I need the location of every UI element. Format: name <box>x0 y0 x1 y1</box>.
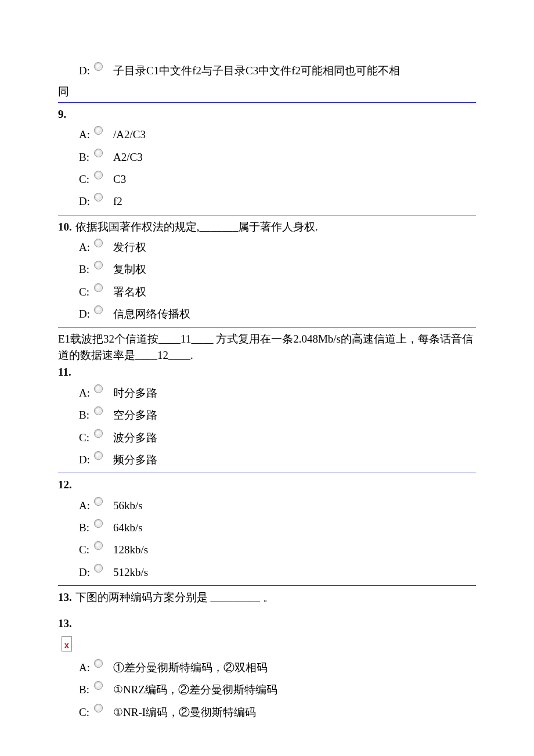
separator <box>58 327 476 327</box>
option-letter: C: <box>79 541 93 559</box>
option-text: 子目录C1中文件f2与子目录C3中文件f2可能相同也可能不相 <box>113 62 476 80</box>
option-letter: A: <box>79 496 93 515</box>
radio-icon[interactable] <box>94 497 103 506</box>
option-text: f2 <box>113 192 476 211</box>
q10-option-c: C: 署名权 <box>79 283 476 301</box>
radio-icon[interactable] <box>94 283 103 292</box>
option-text: A2/C3 <box>113 148 476 167</box>
option-text: 频分多路 <box>113 451 476 469</box>
q10-option-a: A: 发行权 <box>79 238 476 257</box>
radio-icon[interactable] <box>94 171 103 179</box>
option-letter: A: <box>79 384 93 402</box>
option-text: 空分多路 <box>113 406 476 424</box>
option-text: C3 <box>113 170 476 189</box>
radio-icon[interactable] <box>94 429 103 438</box>
option-letter: B: <box>79 260 93 279</box>
radio-icon[interactable] <box>94 541 103 550</box>
radio-icon[interactable] <box>94 193 103 201</box>
stem-text: 下图的两种编码方案分别是 _________ 。 <box>75 589 274 606</box>
radio-icon[interactable] <box>94 239 103 247</box>
option-text: 56kb/s <box>113 496 476 515</box>
option-letter: C: <box>79 170 93 189</box>
option-letter: D: <box>79 563 93 582</box>
radio-icon[interactable] <box>94 564 103 573</box>
radio-icon[interactable] <box>94 261 103 269</box>
question-number: 12. <box>58 478 72 491</box>
broken-x: x <box>64 640 69 650</box>
q11-option-a: A: 时分多路 <box>79 384 476 402</box>
option-letter: C: <box>79 429 93 447</box>
option-letter: B: <box>79 519 93 537</box>
passage-11-12: E1载波把32个信道按____11____ 方式复用在一条2.048Mb/s的高… <box>58 331 476 363</box>
q11-option-c: C: 波分多路 <box>79 429 476 447</box>
option-letter: B: <box>79 681 93 699</box>
radio-icon[interactable] <box>94 451 103 460</box>
option-letter: A: <box>79 658 93 677</box>
q9-option-a: A: /A2/C3 <box>79 125 476 144</box>
q12-option-d: D: 512kb/s <box>79 563 476 582</box>
question-number: 10. <box>58 219 72 235</box>
q12-option-c: C: 128kb/s <box>79 541 476 559</box>
question-number: 11. <box>58 366 71 378</box>
q12-option-a: A: 56kb/s <box>79 496 476 515</box>
option-text: 128kb/s <box>113 541 476 559</box>
option-letter: D: <box>79 62 93 80</box>
q11-option-b: B: 空分多路 <box>79 406 476 424</box>
option-text: /A2/C3 <box>113 125 476 144</box>
broken-image-icon: x <box>62 636 72 651</box>
radio-icon[interactable] <box>94 305 103 314</box>
option-text: 时分多路 <box>113 384 476 402</box>
radio-icon[interactable] <box>94 659 103 668</box>
question-number: 13. <box>58 617 72 629</box>
stem-text: 依据我国著作权法的规定,_______属于著作人身权. <box>75 219 318 235</box>
q13-option-a: A: ①差分曼彻斯特编码，②双相码 <box>79 658 476 677</box>
q13-stem: 13. 下图的两种编码方案分别是 _________ 。 <box>58 589 476 606</box>
question-number: 13. <box>58 589 72 606</box>
option-text: 发行权 <box>113 238 476 257</box>
separator <box>58 585 476 586</box>
option-letter: D: <box>79 451 93 469</box>
q11-stem: 11. <box>58 364 476 380</box>
radio-icon[interactable] <box>94 126 103 135</box>
option-letter: A: <box>79 238 93 257</box>
q8-option-d: D: 子目录C1中文件f2与子目录C3中文件f2可能相同也可能不相 <box>79 62 476 80</box>
q12-stem: 12. <box>58 477 476 493</box>
exam-page: D: 子目录C1中文件f2与子目录C3中文件f2可能相同也可能不相 同 9. A… <box>58 0 476 748</box>
option-text: 信息网络传播权 <box>113 305 476 323</box>
q11-option-d: D: 频分多路 <box>79 451 476 469</box>
radio-icon[interactable] <box>94 704 103 712</box>
option-letter: C: <box>79 283 93 301</box>
q13-option-c: C: ①NR-I编码，②曼彻斯特编码 <box>79 703 476 722</box>
radio-icon[interactable] <box>94 384 103 393</box>
q10-option-b: B: 复制权 <box>79 260 476 279</box>
radio-icon[interactable] <box>94 62 103 71</box>
option-text: ①NR-I编码，②曼彻斯特编码 <box>113 703 476 722</box>
option-text: 复制权 <box>113 260 476 279</box>
option-text: 波分多路 <box>113 429 476 447</box>
q10-option-d: D: 信息网络传播权 <box>79 305 476 323</box>
separator <box>58 473 476 473</box>
q10-stem: 10. 依据我国著作权法的规定,_______属于著作人身权. <box>58 219 476 235</box>
separator <box>58 215 476 215</box>
radio-icon[interactable] <box>94 681 103 690</box>
option-letter: D: <box>79 305 93 323</box>
option-letter: D: <box>79 192 93 211</box>
q8-option-d-wrap: 同 <box>58 84 476 100</box>
option-text: 512kb/s <box>113 563 476 582</box>
q9-option-b: B: A2/C3 <box>79 148 476 167</box>
q13-option-b: B: ①NRZ编码，②差分曼彻斯特编码 <box>79 681 476 699</box>
question-number: 9. <box>58 108 66 120</box>
radio-icon[interactable] <box>94 406 103 415</box>
q9-stem: 9. <box>58 106 476 123</box>
radio-icon[interactable] <box>94 519 103 528</box>
q9-option-c: C: C3 <box>79 170 476 189</box>
option-text: ①NRZ编码，②差分曼彻斯特编码 <box>113 681 476 699</box>
option-letter: C: <box>79 703 93 722</box>
separator <box>58 102 476 103</box>
option-text: ①差分曼彻斯特编码，②双相码 <box>113 658 476 677</box>
option-letter: B: <box>79 406 93 424</box>
radio-icon[interactable] <box>94 149 103 157</box>
q13-repeat: 13. <box>58 615 476 632</box>
option-text: 署名权 <box>113 283 476 301</box>
q9-option-d: D: f2 <box>79 192 476 211</box>
